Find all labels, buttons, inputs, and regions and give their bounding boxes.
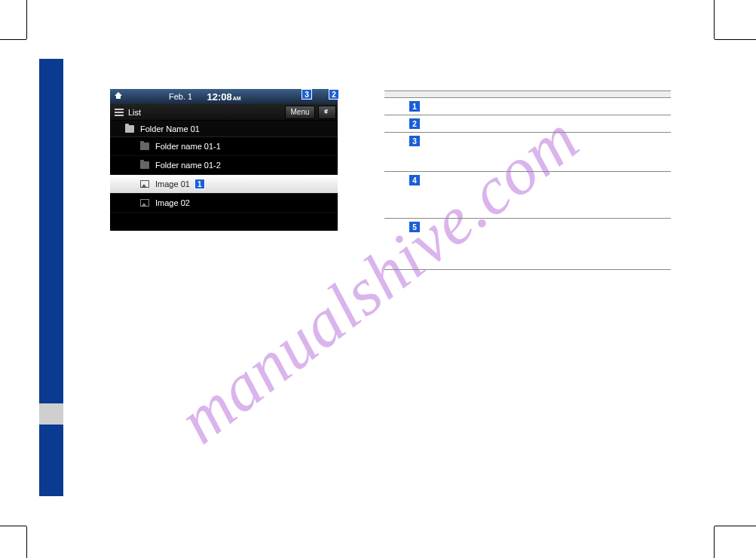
back-icon [323,108,332,117]
crop-mark [714,526,715,558]
table-header-name [384,91,445,98]
list-item[interactable]: Folder name 01-2 [110,156,338,175]
image-icon [140,180,149,188]
table-cell [445,133,671,172]
time-value: 12:08 [207,91,231,103]
folder-header-label: Folder Name 01 [140,124,200,133]
device-subbar: List Menu [110,104,338,121]
callout-badge-3: 3 [301,89,312,100]
list-item-label: Image 01 [155,179,190,189]
table-cell [445,115,671,133]
list-item[interactable]: Image 02 [110,194,338,213]
back-button[interactable] [318,106,336,119]
callout-badge: 3 [409,136,420,146]
list-item[interactable]: Folder name 01-1 [110,137,338,156]
crop-mark [715,39,756,40]
folder-icon [140,161,149,169]
table-row: 3 [384,133,671,172]
list-icon [115,109,124,116]
topbar-time: 12:08AM [207,91,240,103]
description-table: 1 2 3 4 5 [384,90,671,270]
table-cell [445,219,671,270]
time-ampm: AM [233,96,241,101]
table-row: 4 [384,172,671,219]
callout-badge: 4 [409,175,420,185]
callout-badge: 1 [409,101,420,112]
list-item-label: Folder name 01-1 [155,142,221,151]
table-cell [445,98,671,115]
crop-mark [26,526,27,558]
callout-badge-2: 2 [329,89,339,100]
folder-icon [125,125,134,133]
list-label: List [128,108,141,117]
page-sidebar-tab [39,403,63,425]
callout-badge: 2 [409,118,420,129]
crop-mark [715,526,756,526]
list-item-label: Image 02 [155,198,190,207]
table-header-description [445,91,671,98]
menu-button[interactable]: Menu [285,106,315,119]
callout-badge-1: 1 [194,179,205,189]
page-sidebar [39,59,63,496]
table-cell [445,172,671,219]
crop-mark [26,0,27,39]
crop-mark [714,0,715,39]
crop-mark [0,526,26,526]
folder-header-row[interactable]: Folder Name 01 [110,121,338,137]
callout-badge: 5 [409,222,420,232]
device-screenshot: Feb. 1 12:08AM List Menu Folder Name 01 … [110,89,338,231]
folder-icon [140,143,149,150]
list-item-label: Folder name 01-2 [155,161,221,170]
crop-mark [0,39,26,40]
table-row: 1 [384,98,671,115]
table-row: 5 [384,219,671,270]
table-row: 2 [384,115,671,133]
home-icon[interactable] [115,91,125,102]
list-item-selected[interactable]: Image 01 1 [110,175,338,194]
image-icon [140,199,149,207]
topbar-date: Feb. 1 [169,92,192,101]
